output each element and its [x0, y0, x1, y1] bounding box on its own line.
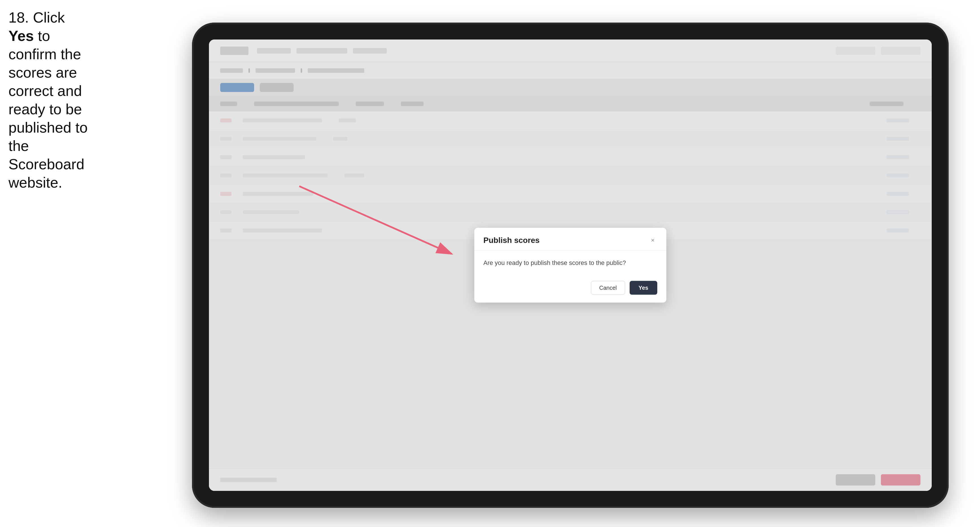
instruction-text: 18. Click Yes to confirm the scores are … — [8, 8, 90, 192]
modal-body: Are you ready to publish these scores to… — [474, 251, 666, 275]
modal-title: Publish scores — [484, 236, 539, 245]
cancel-button[interactable]: Cancel — [591, 281, 625, 295]
tablet-device: Publish scores × Are you ready to publis… — [192, 22, 949, 508]
step-number: 18. — [8, 9, 29, 26]
modal-close-button[interactable]: × — [648, 236, 657, 245]
tablet-screen: Publish scores × Are you ready to publis… — [209, 40, 932, 491]
yes-emphasis: Yes — [8, 28, 34, 44]
yes-button[interactable]: Yes — [630, 281, 657, 295]
publish-scores-modal: Publish scores × Are you ready to publis… — [474, 228, 666, 303]
modal-header: Publish scores × — [474, 228, 666, 251]
modal-footer: Cancel Yes — [474, 275, 666, 302]
modal-message: Are you ready to publish these scores to… — [484, 259, 657, 267]
